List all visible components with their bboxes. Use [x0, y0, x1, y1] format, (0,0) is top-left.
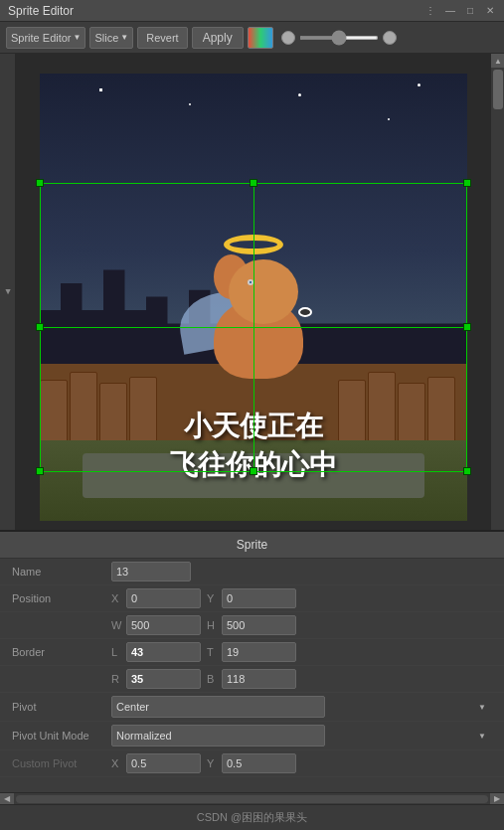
horizontal-scrollbar[interactable]: ◀ ▶ — [0, 792, 504, 804]
head — [229, 259, 298, 324]
border-r-label: R — [111, 673, 123, 685]
menu-icon[interactable]: ⋮ — [422, 4, 438, 18]
position-wh-row: W H — [0, 612, 504, 639]
left-ruler: ▲ — [0, 54, 16, 530]
star-1 — [99, 88, 102, 91]
color-mode-icon[interactable] — [248, 27, 273, 49]
custom-pivot-y-input[interactable] — [222, 753, 296, 773]
revert-button[interactable]: Revert — [137, 27, 187, 49]
border-r-input[interactable] — [126, 669, 201, 689]
bottom-bar: CSDN @困困的果果头 — [0, 804, 504, 830]
canvas-area[interactable]: ▲ ▲ — [0, 54, 504, 531]
window-controls: ⋮ — □ ✕ — [422, 4, 498, 18]
star-2 — [189, 103, 191, 105]
pos-w-input[interactable] — [126, 615, 201, 635]
pos-y-group: Y — [207, 588, 296, 608]
scroll-right-arrow[interactable]: ▶ — [490, 793, 504, 805]
properties-panel: Sprite Name Position X Y W H — [0, 531, 504, 777]
border-l-input[interactable] — [126, 642, 201, 662]
position-xy-inputs: X Y — [111, 588, 492, 608]
bottom-bar-text: CSDN @困困的果果头 — [197, 810, 307, 825]
custom-pivot-x-label: X — [111, 757, 123, 769]
sprite-frame: 小天使正在 飞往你的心中 — [40, 74, 467, 521]
sprite-editor-dropdown[interactable]: Sprite Editor ▼ — [6, 27, 85, 49]
border-label: Border — [12, 646, 111, 658]
border-b-group: B — [207, 669, 296, 689]
maximize-icon[interactable]: □ — [462, 4, 478, 18]
zoom-slider[interactable] — [299, 36, 379, 40]
minimize-icon[interactable]: — — [442, 4, 458, 18]
pivot-label: Pivot — [12, 701, 111, 713]
pivot-unit-label: Pivot Unit Mode — [12, 730, 111, 742]
chinese-line-1: 小天使正在 — [40, 407, 467, 445]
star-3 — [298, 93, 301, 96]
dropdown-arrow-icon: ▼ — [74, 33, 82, 42]
border-r-group: R — [111, 669, 201, 689]
pivot-row: Pivot Center Custom TopLeft Top TopRight… — [0, 693, 504, 722]
zoom-slider-group — [281, 31, 397, 45]
pivot-select[interactable]: Center Custom TopLeft Top TopRight Left … — [111, 696, 325, 718]
pos-x-label: X — [111, 592, 123, 604]
border-lt-inputs: L T — [111, 642, 492, 662]
pos-w-label: W — [111, 619, 123, 631]
custom-pivot-y-group: Y — [207, 753, 296, 773]
custom-pivot-inputs: X Y — [111, 753, 492, 773]
custom-pivot-row: Custom Pivot X Y — [0, 750, 504, 777]
position-xy-row: Position X Y — [0, 585, 504, 612]
border-t-label: T — [207, 646, 219, 658]
slice-dropdown[interactable]: Slice ▼ — [89, 27, 133, 49]
sprite-image-container: 小天使正在 飞往你的心中 — [16, 64, 490, 530]
zoom-dot-icon — [281, 31, 295, 45]
close-icon[interactable]: ✕ — [482, 4, 498, 18]
star-4 — [388, 118, 390, 120]
custom-pivot-x-input[interactable] — [126, 753, 201, 773]
pos-w-group: W — [111, 615, 201, 635]
pivot-unit-select[interactable]: Normalized Pixels — [111, 725, 325, 747]
pos-y-label: Y — [207, 592, 219, 604]
border-rb-inputs: R B — [111, 669, 492, 689]
halo — [224, 235, 283, 254]
border-rb-row: R B — [0, 666, 504, 693]
scroll-thumb[interactable] — [493, 70, 503, 109]
border-t-group: T — [207, 642, 296, 662]
pos-y-input[interactable] — [222, 588, 296, 608]
pos-x-group: X — [111, 588, 201, 608]
custom-pivot-label: Custom Pivot — [12, 757, 111, 769]
ruler-label: ▲ — [3, 287, 13, 297]
pos-h-label: H — [207, 619, 219, 631]
sprite-image: 小天使正在 飞往你的心中 — [40, 74, 467, 521]
vertical-scrollbar[interactable]: ▲ — [490, 54, 504, 530]
zoom-handle-icon — [383, 31, 397, 45]
custom-pivot-x-group: X — [111, 753, 201, 773]
eye — [298, 307, 312, 317]
border-b-label: B — [207, 673, 219, 685]
character — [174, 230, 333, 409]
border-t-input[interactable] — [222, 642, 296, 662]
chinese-text-overlay: 小天使正在 飞往你的心中 — [40, 407, 467, 484]
custom-pivot-y-label: Y — [207, 757, 219, 769]
title-bar: Sprite Editor ⋮ — □ ✕ — [0, 0, 504, 22]
scroll-left-arrow[interactable]: ◀ — [0, 793, 14, 805]
chinese-line-2: 飞往你的心中 — [40, 445, 467, 484]
pivot-unit-row: Pivot Unit Mode Normalized Pixels — [0, 722, 504, 750]
panel-header: Sprite — [0, 532, 504, 559]
scroll-track[interactable] — [16, 795, 488, 803]
border-l-label: L — [111, 646, 123, 658]
toolbar: Sprite Editor ▼ Slice ▼ Revert Apply — [0, 22, 504, 54]
border-l-group: L — [111, 642, 201, 662]
orbit-dot — [248, 279, 253, 285]
window-title: Sprite Editor — [8, 4, 74, 18]
apply-button[interactable]: Apply — [192, 27, 244, 49]
name-input[interactable] — [111, 562, 191, 581]
slice-arrow-icon: ▼ — [120, 33, 128, 42]
star-5 — [418, 83, 420, 86]
border-lt-row: Border L T — [0, 639, 504, 666]
pos-x-input[interactable] — [126, 588, 201, 608]
pivot-select-wrapper: Center Custom TopLeft Top TopRight Left … — [111, 696, 492, 718]
pos-h-input[interactable] — [222, 615, 296, 635]
scroll-up-arrow[interactable]: ▲ — [491, 54, 504, 68]
border-b-input[interactable] — [222, 669, 296, 689]
name-row: Name — [0, 559, 504, 585]
pos-h-group: H — [207, 615, 296, 635]
position-wh-inputs: W H — [111, 615, 492, 635]
